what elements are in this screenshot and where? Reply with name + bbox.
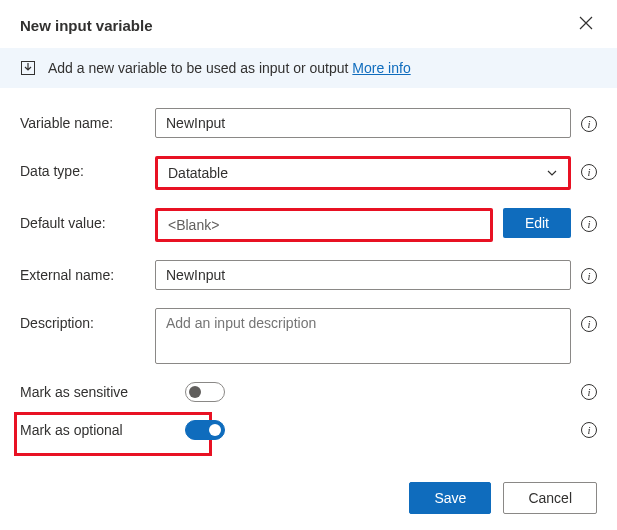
label-description: Description: — [20, 308, 145, 331]
input-icon — [20, 60, 36, 76]
new-input-variable-dialog: New input variable Add a new variable to… — [0, 0, 617, 530]
label-default-value: Default value: — [20, 208, 145, 231]
row-external-name: External name: i — [20, 260, 597, 290]
cancel-button[interactable]: Cancel — [503, 482, 597, 514]
mark-sensitive-toggle[interactable] — [185, 382, 225, 402]
variable-name-input[interactable] — [155, 108, 571, 138]
toggle-knob — [189, 386, 201, 398]
external-name-input[interactable] — [155, 260, 571, 290]
toggle-knob — [209, 424, 221, 436]
mark-optional-toggle[interactable] — [185, 420, 225, 440]
dialog-header: New input variable — [0, 0, 617, 48]
label-mark-sensitive: Mark as sensitive — [20, 384, 175, 400]
dialog-title: New input variable — [20, 17, 153, 34]
row-default-value: Default value: Edit i — [20, 208, 597, 242]
info-icon[interactable]: i — [581, 268, 597, 284]
label-data-type: Data type: — [20, 156, 145, 179]
edit-button[interactable]: Edit — [503, 208, 571, 238]
row-data-type: Data type: Datatable i — [20, 156, 597, 190]
label-mark-optional: Mark as optional — [20, 422, 175, 438]
info-icon[interactable]: i — [581, 164, 597, 180]
label-external-name: External name: — [20, 260, 145, 283]
data-type-value: Datatable — [168, 165, 228, 181]
row-mark-sensitive: Mark as sensitive i — [20, 382, 597, 402]
label-variable-name: Variable name: — [20, 108, 145, 131]
info-banner: Add a new variable to be used as input o… — [0, 48, 617, 88]
row-description: Description: i — [20, 308, 597, 364]
data-type-select[interactable]: Datatable — [155, 156, 571, 190]
form-body: Variable name: i Data type: Datatable i … — [0, 108, 617, 466]
description-textarea[interactable] — [155, 308, 571, 364]
save-button[interactable]: Save — [409, 482, 491, 514]
close-button[interactable] — [575, 12, 597, 38]
dialog-footer: Save Cancel — [0, 466, 617, 530]
row-mark-optional: Mark as optional i — [20, 420, 597, 440]
row-variable-name: Variable name: i — [20, 108, 597, 138]
info-icon[interactable]: i — [581, 384, 597, 400]
default-value-input[interactable] — [155, 208, 493, 242]
banner-text: Add a new variable to be used as input o… — [48, 60, 348, 76]
info-icon[interactable]: i — [581, 316, 597, 332]
chevron-down-icon — [546, 167, 558, 179]
info-icon[interactable]: i — [581, 216, 597, 232]
more-info-link[interactable]: More info — [352, 60, 410, 76]
info-icon[interactable]: i — [581, 116, 597, 132]
info-icon[interactable]: i — [581, 422, 597, 438]
close-icon — [579, 16, 593, 30]
